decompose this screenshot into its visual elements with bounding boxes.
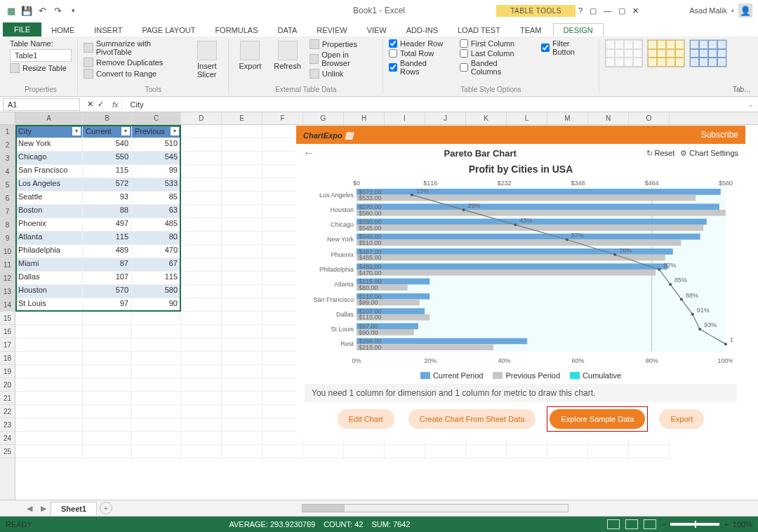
create-chart-button[interactable]: Create Chart From Sheet Data [408,409,536,429]
cell[interactable]: 470 [132,245,181,258]
col-header-G[interactable]: G [303,112,344,124]
row-header-18[interactable]: 18 [0,352,15,365]
cell[interactable]: 485 [132,218,181,232]
col-header-E[interactable]: E [222,112,262,124]
cell[interactable]: 510 [132,138,181,152]
row-header-21[interactable]: 21 [0,392,15,405]
row-header-24[interactable]: 24 [0,432,15,445]
style-preview-2[interactable] [647,39,685,67]
chk-banded-cols[interactable]: Banded Columns [460,59,528,76]
cell[interactable]: 533 [132,178,181,192]
row-header-4[interactable]: 4 [0,165,15,178]
cell[interactable]: 97 [83,298,132,312]
col-header-M[interactable]: M [547,112,588,124]
explore-sample-button[interactable]: Explore Sample Data [550,409,645,429]
chk-last-col[interactable]: Last Column [460,49,514,58]
export-chart-button[interactable]: Export [659,409,704,429]
cell[interactable]: 570 [83,285,132,298]
qat-more-icon[interactable]: ▾ [66,4,80,18]
cell[interactable]: Boston [15,205,83,218]
redo-icon[interactable]: ↷ [51,4,65,18]
row-header-6[interactable]: 6 [0,192,15,205]
cell[interactable]: Phoenix [15,218,83,232]
cell[interactable]: 99 [132,165,181,178]
zoom-level[interactable]: 100% [733,520,752,528]
col-header-A[interactable]: A [15,112,83,124]
tab-team[interactable]: TEAM [510,24,552,36]
cell[interactable]: 87 [83,258,132,272]
col-header-L[interactable]: L [507,112,547,124]
h-scrollbar[interactable] [112,504,758,512]
minimize-icon[interactable]: — [604,6,611,15]
back-icon[interactable]: ← [303,147,314,159]
edit-chart-button[interactable]: Edit Chart [338,409,394,429]
row-header-22[interactable]: 22 [0,405,15,418]
col-header-I[interactable]: I [385,112,425,124]
cell[interactable]: 545 [132,152,181,165]
view-normal-icon[interactable] [607,519,620,529]
cell[interactable]: 85 [132,192,181,205]
row-header-5[interactable]: 5 [0,178,15,192]
tab-home[interactable]: HOME [41,24,84,36]
row-header-25[interactable]: 25 [0,445,15,458]
row-header-12[interactable]: 12 [0,272,15,285]
zoom-out-icon[interactable]: − [662,520,666,528]
close-icon[interactable]: ✕ [632,6,639,15]
zoom-control[interactable]: − + 100% [662,520,752,528]
table-header-cell[interactable]: Current▾ [83,125,132,138]
col-header-B[interactable]: B [83,112,132,124]
style-preview-3[interactable] [689,39,727,67]
row-header-9[interactable]: 9 [0,232,15,245]
cell[interactable]: 80 [132,232,181,245]
formula-value[interactable]: City [121,99,743,110]
pivot-button[interactable]: Summarize with PivotTable [84,39,187,56]
ribbon-options-icon[interactable]: ▢ [590,6,597,15]
cell[interactable]: Atlanta [15,232,83,245]
row-header-7[interactable]: 7 [0,205,15,218]
col-header-F[interactable]: F [262,112,303,124]
cell[interactable]: Chicago [15,152,83,165]
cell[interactable]: Seattle [15,192,83,205]
row-header-11[interactable]: 11 [0,258,15,272]
row-header-17[interactable]: 17 [0,338,15,352]
reset-button[interactable]: ↻ Reset [646,149,675,158]
tab-insert[interactable]: INSERT [84,24,132,36]
row-header-15[interactable]: 15 [0,312,15,325]
col-header-N[interactable]: N [588,112,629,124]
remove-dup-button[interactable]: Remove Duplicates [84,58,163,67]
cell[interactable]: 115 [83,165,132,178]
accept-formula-icon[interactable]: ✓ [98,100,104,109]
tab-data[interactable]: DATA [268,24,307,36]
sheet-tab-sheet1[interactable]: Sheet1 [51,502,97,515]
cell[interactable]: Los Angeles [15,178,83,192]
cell[interactable]: 580 [132,285,181,298]
chk-first-col[interactable]: First Column [460,39,514,48]
tab-page-layout[interactable]: PAGE LAYOUT [132,24,205,36]
cell[interactable]: 115 [132,272,181,285]
row-header-16[interactable]: 16 [0,325,15,338]
cell[interactable]: Dallas [15,272,83,285]
cell[interactable]: 93 [83,192,132,205]
cell[interactable]: New York [15,138,83,152]
cell[interactable]: Houston [15,285,83,298]
tab-view[interactable]: VIEW [357,24,397,36]
select-all-corner[interactable] [0,112,15,125]
cell[interactable]: Philadelphia [15,245,83,258]
chart-settings-button[interactable]: ⚙ Chart Settings [680,149,738,158]
user-menu-caret[interactable]: ▾ [731,8,734,14]
row-header-3[interactable]: 3 [0,152,15,165]
row-header-2[interactable]: 2 [0,138,15,152]
add-sheet-button[interactable]: + [100,502,112,514]
row-header-23[interactable]: 23 [0,418,15,432]
view-page-icon[interactable] [625,519,638,529]
cancel-formula-icon[interactable]: ✕ [87,100,93,109]
insert-slicer-button[interactable]: Insert Slicer [191,39,222,80]
chk-filter-button[interactable]: Filter Button [541,39,593,56]
fx-icon[interactable]: fx [109,100,121,109]
chk-header-row[interactable]: Header Row [389,39,443,48]
cell[interactable]: 90 [132,298,181,312]
save-icon[interactable]: 💾 [20,4,34,18]
tab-review[interactable]: REVIEW [307,24,357,36]
cell[interactable]: St Louis [15,298,83,312]
prev-sheet-icon[interactable]: ◀ [22,504,36,513]
